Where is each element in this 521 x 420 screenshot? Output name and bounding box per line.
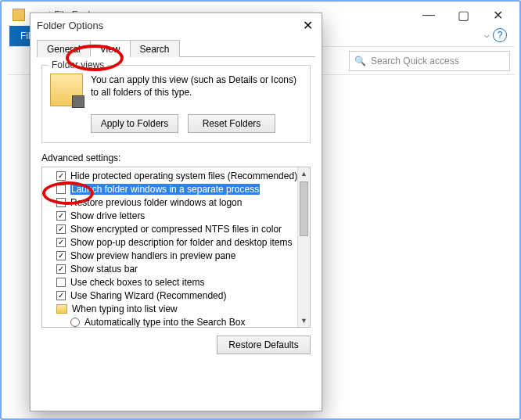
option-show-popup-description[interactable]: Show pop-up description for folder and d…: [45, 235, 296, 249]
checkbox-icon[interactable]: [56, 291, 66, 300]
option-restore-previous-windows[interactable]: Restore previous folder windows at logon: [45, 196, 296, 209]
tab-search[interactable]: Search: [130, 40, 180, 57]
option-use-sharing-wizard[interactable]: Use Sharing Wizard (Recommended): [45, 289, 296, 302]
close-button[interactable]: ✕: [480, 5, 515, 25]
group-legend: Folder views: [49, 59, 107, 70]
dialog-tabs: General View Search: [37, 38, 315, 57]
option-use-check-boxes[interactable]: Use check boxes to select items: [45, 275, 296, 289]
tab-general[interactable]: General: [37, 40, 91, 57]
restore-defaults-button[interactable]: Restore Defaults: [217, 336, 311, 354]
dialog-close-button[interactable]: ✕: [298, 16, 317, 34]
checkbox-icon[interactable]: [56, 238, 66, 247]
checkbox-icon[interactable]: [56, 278, 66, 287]
option-group-typing-list-view[interactable]: When typing into list view: [45, 302, 296, 315]
tab-view[interactable]: View: [90, 40, 131, 57]
scroll-up-icon[interactable]: ▲: [298, 167, 310, 180]
option-hide-protected-os-files[interactable]: Hide protected operating system files (R…: [45, 169, 296, 182]
checkbox-icon[interactable]: [56, 185, 66, 194]
option-show-drive-letters[interactable]: Show drive letters: [45, 209, 296, 222]
scroll-down-icon[interactable]: ▼: [298, 314, 310, 327]
checkbox-icon[interactable]: [56, 251, 66, 260]
search-input[interactable]: 🔍 Search Quick access: [349, 51, 510, 71]
reset-folders-button[interactable]: Reset Folders: [188, 114, 275, 133]
option-show-preview-handlers[interactable]: Show preview handlers in preview pane: [45, 249, 296, 262]
option-show-status-bar[interactable]: Show status bar: [45, 262, 296, 275]
checkbox-icon[interactable]: [56, 198, 66, 207]
help-button[interactable]: ?: [493, 28, 507, 42]
checkbox-icon[interactable]: [56, 264, 66, 274]
folder-icon: [13, 9, 25, 21]
folder-options-dialog: Folder Options ✕ General View Search Fol…: [30, 13, 322, 411]
folder-settings-icon: [50, 74, 83, 106]
advanced-settings-list[interactable]: Hide protected operating system files (R…: [41, 167, 311, 328]
dialog-title[interactable]: Folder Options: [31, 13, 322, 37]
view-pane: Folder views You can apply this view (su…: [31, 57, 322, 362]
advanced-settings-label: Advanced settings:: [41, 153, 311, 163]
scrollbar[interactable]: ▲ ▼: [297, 167, 310, 327]
folder-views-group: Folder views You can apply this view (su…: [41, 65, 311, 143]
option-launch-separate-process[interactable]: Launch folder windows in a separate proc…: [45, 182, 296, 196]
maximize-button[interactable]: ▢: [446, 5, 480, 25]
minimize-button[interactable]: —: [411, 5, 446, 25]
option-show-encrypted-color[interactable]: Show encrypted or compressed NTFS files …: [45, 222, 296, 235]
checkbox-icon[interactable]: [56, 224, 66, 234]
apply-to-folders-button[interactable]: Apply to Folders: [91, 114, 178, 133]
folder-icon: [56, 304, 67, 314]
scroll-thumb[interactable]: [300, 181, 308, 236]
option-auto-type-search[interactable]: Automatically type into the Search Box: [45, 315, 296, 328]
checkbox-icon[interactable]: [56, 211, 66, 221]
radio-icon[interactable]: [70, 318, 80, 327]
search-placeholder: Search Quick access: [371, 56, 459, 66]
ribbon-chevron-icon[interactable]: ⌵: [484, 30, 490, 40]
search-icon: 🔍: [354, 56, 366, 66]
checkbox-icon[interactable]: [56, 171, 66, 181]
folder-views-text: You can apply this view (such as Details…: [91, 74, 302, 106]
